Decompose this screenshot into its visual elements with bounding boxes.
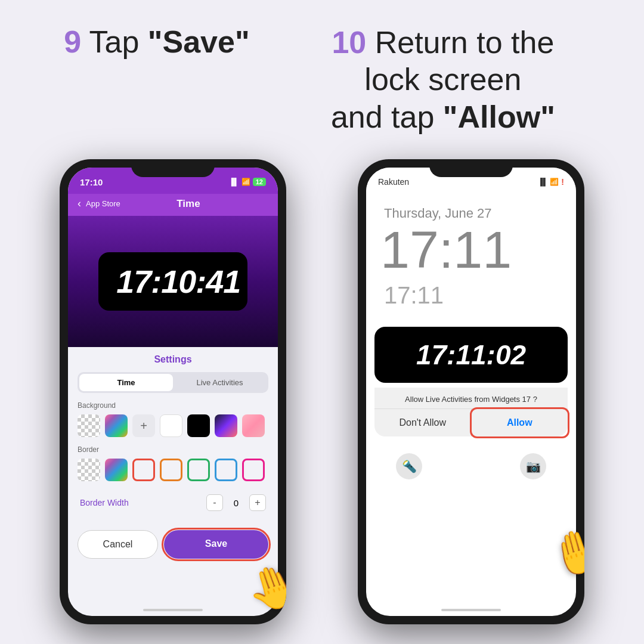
phones-container: 17:10 ▐▌ 📶 12 ‹ App Store Time 17:10:41 xyxy=(0,153,644,624)
camera-icon[interactable]: 📷 xyxy=(520,453,546,479)
left-nav-bar: ‹ App Store Time xyxy=(68,194,278,216)
border-width-controls: - 0 + xyxy=(206,494,266,511)
border-width-plus[interactable]: + xyxy=(249,494,266,511)
left-notch xyxy=(131,159,215,177)
border-label: Border xyxy=(78,445,268,454)
permission-buttons: Don't Allow Allow xyxy=(374,408,568,436)
nav-title: Time xyxy=(120,198,256,210)
lock-time-big: 17:11 xyxy=(366,224,576,276)
left-screen: 17:10 ▐▌ 📶 12 ‹ App Store Time 17:10:41 xyxy=(68,168,278,616)
lock-date: Thursday, June 27 xyxy=(366,194,576,221)
left-status-icons: ▐▌ 📶 12 xyxy=(229,178,266,186)
border-swatch-none[interactable] xyxy=(78,459,100,481)
nav-back-label: App Store xyxy=(86,199,120,208)
settings-panel: Settings Time Live Activities Background… xyxy=(68,347,278,523)
carrier-label: Rakuten xyxy=(378,177,409,187)
left-phone: 17:10 ▐▌ 📶 12 ‹ App Store Time 17:10:41 xyxy=(60,159,286,624)
step9-label: 9 Tap "Save" xyxy=(64,24,249,135)
right-phone: Rakuten ▐▌ 📶 ! Thursday, June 27 17:11 1… xyxy=(358,159,584,624)
bottom-buttons: Cancel Save xyxy=(68,523,278,566)
permission-text: Allow Live Activities from Widgets 17 ? xyxy=(374,388,568,408)
save-highlight-circle xyxy=(162,528,271,561)
bg-swatch-checker[interactable] xyxy=(78,414,100,437)
clock-widget-time: 17:10:41 xyxy=(116,263,230,300)
bg-color-row: + xyxy=(78,414,268,437)
permission-dialog: Allow Live Activities from Widgets 17 ? … xyxy=(374,388,568,436)
border-width-minus[interactable]: - xyxy=(206,494,223,511)
step9-number: 9 xyxy=(64,24,81,59)
left-status-time: 17:10 xyxy=(80,177,103,187)
border-width-label: Border Width xyxy=(80,498,129,507)
clock-preview-area: 17:10:41 xyxy=(68,216,278,347)
bg-swatch-white[interactable] xyxy=(160,414,182,437)
tab-live-activities[interactable]: Live Activities xyxy=(173,374,267,391)
tab-switcher: Time Live Activities xyxy=(78,372,268,393)
right-status-icons: ▐▌ 📶 ! xyxy=(538,177,564,187)
border-width-value: 0 xyxy=(230,498,242,508)
step10-label: 10 Return to the lock screen and tap "Al… xyxy=(306,24,580,135)
border-width-row: Border Width - 0 + xyxy=(78,490,268,516)
right-home-bar xyxy=(441,609,501,611)
nav-back-btn[interactable]: ‹ xyxy=(78,197,81,210)
flashlight-icon[interactable]: 🔦 xyxy=(396,453,422,479)
save-button[interactable]: Save xyxy=(164,530,268,559)
lock-live-widget: 17:11:02 xyxy=(374,327,568,383)
instructions-header: 9 Tap "Save" 10 Return to the lock scree… xyxy=(0,0,644,147)
tab-time[interactable]: Time xyxy=(79,374,173,391)
left-home-bar xyxy=(143,609,203,611)
right-screen: Rakuten ▐▌ 📶 ! Thursday, June 27 17:11 1… xyxy=(366,168,576,616)
right-notch xyxy=(429,159,513,177)
bg-swatch-add[interactable]: + xyxy=(132,414,155,437)
allow-highlight-circle xyxy=(470,407,570,438)
border-swatch-orange[interactable] xyxy=(160,459,182,481)
border-swatch-gradient[interactable] xyxy=(105,459,128,481)
lock-bottom-icons: 🔦 📷 xyxy=(366,441,576,485)
bg-swatch-gradient[interactable] xyxy=(105,414,128,437)
allow-button[interactable]: Allow xyxy=(472,409,568,436)
settings-title: Settings xyxy=(78,354,268,365)
lock-time-small: 17:11 xyxy=(366,276,576,309)
border-color-row xyxy=(78,459,268,481)
bg-swatch-dark-gradient[interactable] xyxy=(215,414,237,437)
bg-swatch-black[interactable] xyxy=(187,414,210,437)
dont-allow-button[interactable]: Don't Allow xyxy=(374,409,471,436)
border-swatch-pink[interactable] xyxy=(242,459,265,481)
clock-widget: 17:10:41 xyxy=(98,252,247,311)
border-swatch-red[interactable] xyxy=(132,459,155,481)
lock-live-time: 17:11:02 xyxy=(389,339,553,371)
bg-swatch-pink[interactable] xyxy=(242,414,265,437)
cancel-button[interactable]: Cancel xyxy=(78,530,158,559)
border-swatch-green[interactable] xyxy=(187,459,210,481)
bg-label: Background xyxy=(78,401,268,410)
border-swatch-blue[interactable] xyxy=(215,459,237,481)
